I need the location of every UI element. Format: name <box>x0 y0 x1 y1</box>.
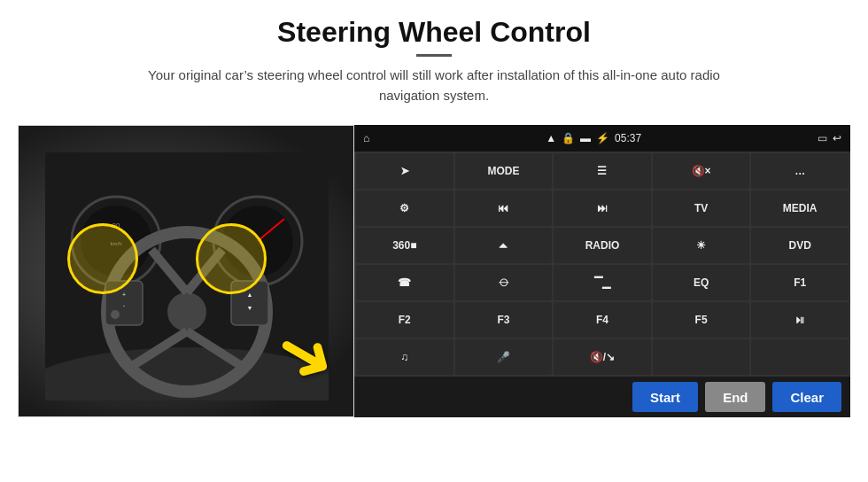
grid-btn-r4-c0[interactable]: F2 <box>356 302 453 338</box>
grid-btn-r3-c1[interactable]: ⦵ <box>455 265 553 300</box>
grid-btn-r3-c3[interactable]: EQ <box>653 265 750 300</box>
grid-btn-r2-c0[interactable]: 360■ <box>356 228 453 263</box>
grid-btn-r5-c2[interactable]: 🔇/↘ <box>554 339 651 375</box>
grid-btn-r5-c4[interactable] <box>751 339 849 375</box>
svg-text:▲: ▲ <box>247 292 253 298</box>
svg-point-18 <box>111 310 120 319</box>
page-container: Steering Wheel Control Your original car… <box>0 0 868 482</box>
grid-btn-r2-c4[interactable]: DVD <box>751 228 849 263</box>
lock-icon: 🔒 <box>562 132 575 144</box>
status-bar: ⌂ ▲ 🔒 ▬ ⚡ 05:37 ▭ ↩ <box>354 125 850 152</box>
wifi-icon: ▲ <box>546 132 556 144</box>
highlight-left <box>67 223 138 294</box>
grid-btn-r0-c1[interactable]: MODE <box>455 153 553 189</box>
car-image-bg: 80 km/h + - <box>19 126 353 416</box>
title-divider <box>416 54 452 57</box>
grid-btn-r3-c0[interactable]: ☎ <box>356 265 453 300</box>
grid-btn-r2-c1[interactable]: ⏶ <box>455 228 553 263</box>
grid-btn-r1-c3[interactable]: TV <box>653 190 750 226</box>
bt-icon: ⚡ <box>596 132 609 144</box>
svg-text:▼: ▼ <box>247 305 253 311</box>
grid-btn-r4-c1[interactable]: F3 <box>455 302 553 338</box>
grid-btn-r4-c4[interactable]: ⏯ <box>751 302 849 338</box>
svg-text:+: + <box>122 292 126 298</box>
button-grid: ➤MODE☰🔇×…⚙⏮⏭TVMEDIA360■⏶RADIO☀DVD☎⦵▔▁EQF… <box>354 152 850 377</box>
status-center: ▲ 🔒 ▬ ⚡ 05:37 <box>546 132 641 144</box>
content-row: 80 km/h + - <box>18 125 850 417</box>
start-button[interactable]: Start <box>632 382 698 412</box>
home-icon[interactable]: ⌂ <box>363 132 369 144</box>
grid-btn-r4-c2[interactable]: F4 <box>554 302 651 338</box>
title-section: Steering Wheel Control Your original car… <box>133 16 735 118</box>
status-left: ⌂ <box>363 132 369 144</box>
screen-icon: ▭ <box>818 132 827 144</box>
grid-btn-r0-c4[interactable]: … <box>751 153 849 189</box>
highlight-right <box>196 223 267 294</box>
grid-btn-r1-c4[interactable]: MEDIA <box>751 190 849 226</box>
grid-btn-r2-c2[interactable]: RADIO <box>554 228 651 263</box>
head-unit-panel: ⌂ ▲ 🔒 ▬ ⚡ 05:37 ▭ ↩ ➤MODE☰🔇×…⚙⏮⏭TVMEDIA3… <box>354 125 850 417</box>
svg-point-10 <box>167 292 206 331</box>
grid-btn-r5-c0[interactable]: ♫ <box>356 339 453 375</box>
grid-btn-r2-c3[interactable]: ☀ <box>653 228 750 263</box>
grid-btn-r3-c4[interactable]: F1 <box>751 265 849 300</box>
back-icon[interactable]: ↩ <box>833 132 841 144</box>
page-subtitle: Your original car’s steering wheel contr… <box>133 66 735 105</box>
grid-btn-r5-c3[interactable] <box>653 339 750 375</box>
end-button[interactable]: End <box>705 382 765 412</box>
grid-btn-r1-c0[interactable]: ⚙ <box>356 190 453 226</box>
grid-btn-r1-c2[interactable]: ⏭ <box>554 190 651 226</box>
grid-btn-r0-c2[interactable]: ☰ <box>554 153 651 189</box>
car-image-section: 80 km/h + - <box>18 125 354 417</box>
grid-btn-r5-c1[interactable]: 🎤 <box>455 339 553 375</box>
grid-btn-r4-c3[interactable]: F5 <box>653 302 750 338</box>
grid-btn-r0-c0[interactable]: ➤ <box>356 153 453 189</box>
page-title: Steering Wheel Control <box>133 16 735 49</box>
grid-btn-r0-c3[interactable]: 🔇× <box>653 153 750 189</box>
clear-button[interactable]: Clear <box>772 382 841 412</box>
bottom-bar: Start End Clear <box>354 377 850 417</box>
time-display: 05:37 <box>615 132 641 144</box>
grid-btn-r3-c2[interactable]: ▔▁ <box>554 265 651 300</box>
status-right: ▭ ↩ <box>818 132 841 144</box>
grid-btn-r1-c1[interactable]: ⏮ <box>455 190 553 226</box>
sd-icon: ▬ <box>580 132 591 144</box>
